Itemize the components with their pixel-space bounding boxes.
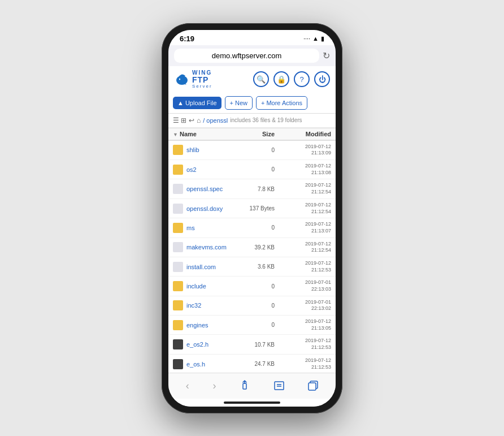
table-row[interactable]: shlib 0 2019-07-1221:13:09 <box>168 141 336 160</box>
table-row[interactable]: include 0 2019-07-0122:13:03 <box>168 277 336 296</box>
file-name: inc32 <box>186 302 201 309</box>
file-modified: 2019-07-1221:12:53 <box>275 357 331 370</box>
file-name: os2 <box>186 166 197 173</box>
file-name-cell: makevms.com <box>173 242 235 252</box>
url-text: demo.wftpserver.com <box>212 51 282 60</box>
app-header: WING FTP Server 🔍 🔒 ? ⏻ ▲ Upload File <box>168 66 336 128</box>
table-row[interactable]: e_os.h 24.7 KB 2019-07-1221:12:53 <box>168 355 336 373</box>
file-size: 3.6 KB <box>235 264 275 270</box>
file-modified: 2019-07-1221:13:08 <box>275 163 331 176</box>
name-header[interactable]: ▼ Name <box>173 131 235 137</box>
file-name-cell: e_os2.h <box>173 339 235 349</box>
file-name: ms <box>186 225 195 231</box>
lock-button[interactable]: 🔒 <box>273 71 289 87</box>
logo-server: Server <box>192 84 212 89</box>
table-row[interactable]: ms 0 2019-07-1221:13:07 <box>168 218 336 238</box>
modified-header[interactable]: Modified <box>275 131 331 137</box>
file-size: 0 <box>235 322 275 328</box>
file-size: 137 Bytes <box>235 205 275 211</box>
search-button[interactable]: 🔍 <box>253 71 269 87</box>
file-name-cell: ms <box>173 223 235 233</box>
power-button[interactable]: ⏻ <box>314 71 330 87</box>
status-time: 6:19 <box>180 34 194 43</box>
svg-rect-3 <box>275 382 284 390</box>
file-size: 10.7 KB <box>235 342 275 348</box>
file-modified: 2019-07-1221:12:53 <box>275 260 331 273</box>
signal-icon: ···· <box>303 35 310 42</box>
file-name: openssl.doxy <box>186 205 223 212</box>
battery-icon: ▮ <box>321 35 324 42</box>
home-indicator <box>168 399 336 407</box>
table-row[interactable]: makevms.com 39.2 KB 2019-07-1221:12:54 <box>168 238 336 257</box>
file-name: shlib <box>186 146 199 153</box>
file-modified: 2019-07-1221:13:07 <box>275 221 331 234</box>
address-bar[interactable]: demo.wftpserver.com <box>174 49 319 63</box>
file-name: engines <box>186 322 208 329</box>
logo-bar: WING FTP Server 🔍 🔒 ? ⏻ <box>168 66 336 93</box>
plus-icon-2: + <box>261 100 264 106</box>
upload-file-button[interactable]: ▲ Upload File <box>173 97 221 109</box>
file-size: 0 <box>235 283 275 290</box>
status-bar: 6:19 ···· ▲ ▮ <box>168 30 336 45</box>
help-button[interactable]: ? <box>294 71 310 87</box>
file-name: install.com <box>186 264 216 270</box>
bottom-nav-bar: ‹ › <box>168 373 336 399</box>
reload-button[interactable]: ↻ <box>323 50 330 61</box>
table-row[interactable]: inc32 0 2019-07-0122:13:02 <box>168 296 336 316</box>
file-name-cell: inc32 <box>173 300 235 310</box>
file-modified: 2019-07-1221:12:53 <box>275 338 331 351</box>
file-name: include <box>186 283 206 290</box>
plus-icon: + <box>230 100 233 106</box>
file-icon <box>173 204 183 214</box>
file-modified: 2019-07-1221:12:54 <box>275 182 331 195</box>
file-size: 7.8 KB <box>235 186 275 192</box>
logo-ftp: FTP <box>192 76 212 84</box>
file-icon <box>173 184 183 194</box>
breadcrumb-bar: ☰ ⊞ ↩ ⌂ / openssl includes 36 files & 19… <box>168 114 336 128</box>
tabs-button[interactable] <box>302 378 324 393</box>
file-icon <box>173 242 183 252</box>
back-icon[interactable]: ↩ <box>189 116 194 124</box>
sort-arrow: ▼ <box>173 132 178 137</box>
view-toggle-icons: ☰ ⊞ <box>173 116 186 124</box>
logo-area: WING FTP Server <box>174 70 212 89</box>
upload-icon: ▲ <box>177 100 184 106</box>
file-icon <box>173 339 183 349</box>
forward-button[interactable]: › <box>207 378 221 394</box>
new-button[interactable]: + New <box>225 96 253 110</box>
home-icon[interactable]: ⌂ <box>197 116 201 124</box>
more-actions-button[interactable]: + More Actions <box>256 96 307 110</box>
file-name-cell: engines <box>173 320 235 330</box>
svg-rect-7 <box>309 383 316 390</box>
file-icon <box>173 359 183 369</box>
file-size: 0 <box>235 147 275 153</box>
file-modified: 2019-07-1221:12:54 <box>275 241 331 254</box>
file-icon <box>173 281 183 291</box>
logo-text: WING FTP Server <box>192 70 212 89</box>
file-name: openssl.spec <box>186 185 223 192</box>
file-icon <box>173 300 183 310</box>
logo-wing: WING <box>192 70 212 76</box>
back-button[interactable]: ‹ <box>180 378 195 394</box>
file-rows-container: shlib 0 2019-07-1221:13:09 os2 0 2019-07… <box>168 141 336 373</box>
size-header[interactable]: Size <box>235 131 275 137</box>
breadcrumb-info: includes 36 files & 19 folders <box>230 117 302 123</box>
table-row[interactable]: os2 0 2019-07-1221:13:08 <box>168 160 336 179</box>
phone-screen: 6:19 ···· ▲ ▮ demo.wftpserver.com ↻ <box>168 30 336 407</box>
grid-view-icon[interactable]: ⊞ <box>181 116 186 124</box>
table-row[interactable]: e_os2.h 10.7 KB 2019-07-1221:12:53 <box>168 335 336 354</box>
file-name-cell: os2 <box>173 165 235 175</box>
header-icon-group: 🔍 🔒 ? ⏻ <box>253 71 330 87</box>
file-name: e_os.h <box>186 361 205 368</box>
file-name-cell: shlib <box>173 145 235 155</box>
table-row[interactable]: install.com 3.6 KB 2019-07-1221:12:53 <box>168 257 336 277</box>
table-row[interactable]: openssl.spec 7.8 KB 2019-07-1221:12:54 <box>168 179 336 198</box>
bookmarks-button[interactable] <box>268 378 290 393</box>
table-row[interactable]: engines 0 2019-07-1221:13:05 <box>168 316 336 335</box>
table-row[interactable]: openssl.doxy 137 Bytes 2019-07-1221:12:5… <box>168 199 336 218</box>
share-button[interactable] <box>234 378 255 394</box>
status-icons: ···· ▲ ▮ <box>303 35 324 42</box>
svg-point-1 <box>179 79 180 80</box>
list-view-icon[interactable]: ☰ <box>173 116 179 124</box>
breadcrumb-path[interactable]: / openssl <box>203 117 228 124</box>
